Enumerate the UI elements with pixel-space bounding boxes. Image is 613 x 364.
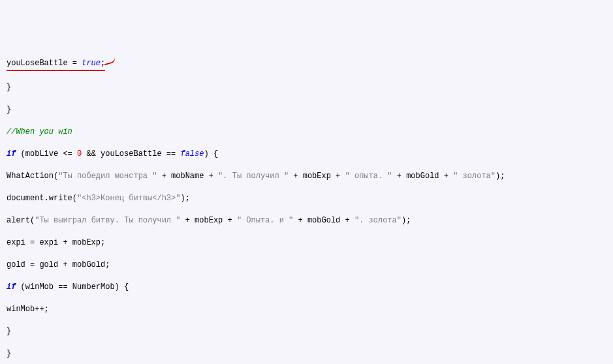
code-line: if (winMob == NumberMob) { <box>7 282 606 293</box>
code-line: } <box>7 326 606 337</box>
code-line: } <box>7 348 606 359</box>
code-line: if (mobLive <= 0 && youLoseBattle == fal… <box>7 149 606 160</box>
code-line: WhatAction("Ты победил монстра " + mobNa… <box>7 171 606 182</box>
code-editor[interactable]: youLoseBattle = true; } } //When you win… <box>7 47 606 364</box>
code-line: document.write("<h3>Конец битвы</h3>"); <box>7 193 606 204</box>
code-line: winMob++; <box>7 304 606 315</box>
code-comment: //When you win <box>7 127 606 138</box>
code-line: } <box>7 82 606 93</box>
code-line: expi = expi + mobExp; <box>7 237 606 249</box>
code-line: youLoseBattle = true; <box>7 58 606 71</box>
code-line: alert("Ты выиграл битву. Ты получил " + … <box>7 215 606 226</box>
code-line: } <box>7 104 606 115</box>
code-line: gold = gold + mobGold; <box>7 260 606 271</box>
